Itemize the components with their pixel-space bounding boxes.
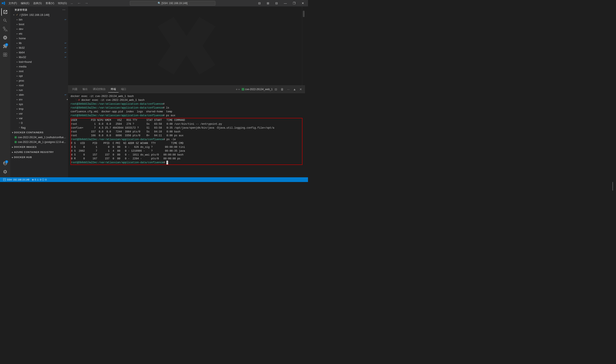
tab-output[interactable]: 输出 <box>80 86 90 92</box>
tree-item-dev[interactable]: dev <box>10 26 68 31</box>
tab-terminal[interactable]: 终端 <box>108 86 119 92</box>
highlight-box: USER PID %CPU %MEM VSZ RSS TTY STAT STAR… <box>70 118 302 165</box>
editor-scrollbar[interactable] <box>302 6 305 85</box>
maximize-button[interactable]: ❐ <box>291 1 298 6</box>
tree-item-mnt[interactable]: mnt <box>10 69 68 74</box>
tree-item-root[interactable]: root <box>10 83 68 88</box>
container-web1[interactable]: cve-2022-26134_web_1 (vulhub/conflue... <box>10 135 68 140</box>
search-bar[interactable]: 🔍 [SSH: 192.168.19.148] <box>130 1 215 6</box>
tree-item-proc[interactable]: proc <box>10 78 68 83</box>
azure-registry-section-header[interactable]: ▸ AZURE CONTAINER REGISTRY <box>10 150 68 155</box>
editor-scrollbar-thumb[interactable] <box>303 11 305 17</box>
tab-debug-console[interactable]: 调试控制台 <box>90 86 108 92</box>
right-scrollbar-area <box>305 6 308 177</box>
run-debug-activity-icon[interactable] <box>1 34 9 41</box>
kill-terminal-button[interactable]: 🗑 <box>279 87 285 92</box>
term-final-prompt: root@3b6dd13a22ec:/var/atlassian/applica… <box>71 161 302 165</box>
terminal-body[interactable]: docker exec -it cve-2022-26134_web_1 bas… <box>68 93 305 177</box>
media-arrow-icon <box>15 65 19 68</box>
menu-view[interactable]: 查看(V) <box>44 1 56 6</box>
terminal-name-label: cve-2022-26134_web_1 <box>245 88 273 91</box>
nav-forward-icon[interactable]: → <box>84 1 89 6</box>
menu-more[interactable]: ... <box>69 1 75 6</box>
editor-area: 问题 输出 调试控制台 终端 端口 + ▾ cve-2022-26134_web… <box>68 6 305 177</box>
new-terminal-button[interactable]: + ▾ <box>235 87 241 92</box>
tree-item-tmp[interactable]: tmp <box>10 106 68 111</box>
tree-item-media[interactable]: media <box>10 64 68 69</box>
tree-item-var[interactable]: var <box>10 116 68 120</box>
menu-goto[interactable]: 转到(G) <box>56 1 68 6</box>
tree-item-srv[interactable]: srv ● <box>10 97 68 102</box>
tree-item-lib[interactable]: lib ↩ <box>10 40 68 45</box>
tree-item-lib64[interactable]: lib64 ↩ <box>10 50 68 55</box>
docker-hub-section-header[interactable]: ▸ DOCKER HUB <box>10 155 68 160</box>
boot-label: boot <box>19 23 68 26</box>
activity-bottom: 1 <box>1 159 9 177</box>
menu-edit[interactable]: 编辑(E) <box>19 1 31 6</box>
layout-icon[interactable]: ⊟ <box>256 1 263 6</box>
tree-item-flag[interactable]: = flag <box>10 125 68 130</box>
status-error-count: 0 <box>35 178 36 181</box>
tree-item-run[interactable]: run <box>10 88 68 92</box>
tree-item-libx32[interactable]: libx32 ↩ <box>10 55 68 59</box>
account-activity-icon[interactable]: 1 <box>1 159 9 167</box>
term-line-6: root@3b6dd13a22ec:/var/atlassian/applica… <box>70 114 302 117</box>
titlebar-menu[interactable]: 文件(F) 编辑(E) 选择(S) 查看(V) 转到(G) ... <box>7 1 75 6</box>
terminal-name-icon <box>242 88 244 91</box>
extensions-badge: 2 <box>5 43 8 46</box>
nav-back-icon[interactable]: ← <box>76 1 82 6</box>
tree-item-bin[interactable]: bin ↩ <box>10 17 68 22</box>
source-control-activity-icon[interactable] <box>1 25 9 33</box>
status-info-count: 0 <box>45 178 46 181</box>
remote-activity-icon[interactable] <box>1 51 9 59</box>
tree-item-sbin[interactable]: sbin ↩ <box>10 92 68 97</box>
container-db1[interactable]: cve-2022-26134_db_1 (postgres:12.8-al... <box>10 140 68 144</box>
term-ps-header: USER PID %CPU %MEM VSZ RSS TTY STAT STAR… <box>71 118 302 122</box>
tab-ports[interactable]: 端口 <box>119 86 129 92</box>
tree-item-lib32[interactable]: lib32 ↩ <box>10 45 68 50</box>
flag-file-icon: = <box>19 126 20 129</box>
lib-arrow-icon <box>15 41 19 45</box>
tree-item-lostfound[interactable]: lost+found <box>10 59 68 64</box>
tree-item-home[interactable]: home <box>10 36 68 40</box>
close-button[interactable]: ✕ <box>300 1 306 6</box>
status-errors[interactable]: ⊗ 0 ⚠ 0 ⓘ 0 <box>31 178 48 181</box>
tree-item-0[interactable]: = 0 <box>10 120 68 125</box>
split-terminal-button[interactable]: ⊟ <box>273 87 278 92</box>
sidebar-header: 资源管理器 ··· <box>10 6 68 13</box>
extensions-activity-icon[interactable]: 2 <box>1 42 9 50</box>
svg-rect-0 <box>3 53 5 54</box>
split-editor-icon[interactable]: ⊞ <box>265 1 272 6</box>
close-panel-button[interactable]: ✕ <box>298 87 303 92</box>
menu-file[interactable]: 文件(F) <box>7 1 19 6</box>
term-psle-ps: 0 R 0 167 157 0 80 0 - 2204 - pts/0 00:0… <box>71 157 302 161</box>
maximize-panel-button[interactable]: ▲ <box>292 87 297 92</box>
libx32-label: libx32 <box>19 55 65 59</box>
status-remote[interactable]: SSH: 192.168.19.148 <box>2 178 31 181</box>
sidebar-more-actions[interactable]: ··· <box>62 8 66 12</box>
tab-problems[interactable]: 问题 <box>70 86 80 92</box>
docker-images-section-header[interactable]: ▸ DOCKER IMAGES <box>10 144 68 150</box>
terminal-more-button[interactable]: ··· <box>286 87 291 92</box>
tree-item-opt[interactable]: opt <box>10 74 68 78</box>
docker-containers-section-header[interactable]: ▾ DOCKER CONTAINERS <box>10 130 68 135</box>
sidebar-content[interactable]: ✓ / [SSH: 192.168.19.148] bin ↩ boot dev… <box>10 13 68 177</box>
search-activity-icon[interactable] <box>1 17 9 24</box>
main-area: 2 1 资源管理器 ··· ✓ / [SSH: 192.168. <box>0 6 308 177</box>
settings-activity-icon[interactable] <box>1 168 9 176</box>
tree-item-sys[interactable]: sys <box>10 102 68 106</box>
tree-item-boot[interactable]: boot <box>10 22 68 26</box>
explorer-activity-icon[interactable] <box>1 8 9 16</box>
tree-item-etc[interactable]: etc <box>10 31 68 36</box>
term-psle-java: 4 S 2002 7 1 4 80 0 - 1210986 - ? 00:00:… <box>71 149 302 153</box>
docker-images-arrow-icon: ▸ <box>12 146 13 148</box>
vscode-logo-icon <box>2 1 5 5</box>
dev-label: dev <box>19 27 68 31</box>
root-folder-item[interactable]: ✓ / [SSH: 192.168.19.148] <box>10 13 68 17</box>
terminal-dropdown-icon[interactable]: ▾ <box>238 88 240 91</box>
tree-item-usr[interactable]: usr <box>10 111 68 116</box>
minimize-button[interactable]: — <box>282 1 289 6</box>
srv-circle-icon: ● <box>67 98 68 101</box>
customize-layout-icon[interactable]: ⊟ <box>273 1 280 6</box>
menu-select[interactable]: 选择(S) <box>31 1 43 6</box>
